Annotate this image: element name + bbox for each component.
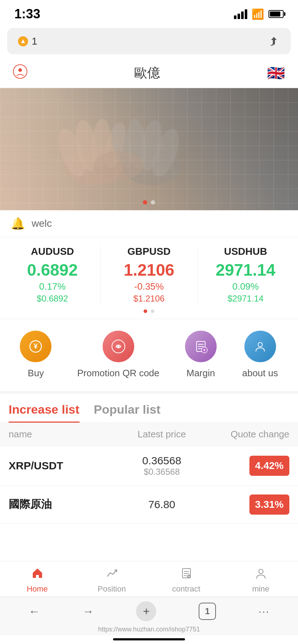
ticker-sub-audusd: $0.6892 xyxy=(7,294,98,304)
col-name: name xyxy=(9,429,111,440)
battery-icon xyxy=(268,10,284,18)
wifi-icon: 📶 xyxy=(252,8,264,20)
row-name-xrp: XRP/USDT xyxy=(9,460,111,472)
buy-icon-circle: ¥ xyxy=(20,331,51,362)
svg-point-24 xyxy=(258,342,262,347)
bottom-nav: Home Position xyxy=(0,561,298,644)
nav-home[interactable]: Home xyxy=(0,567,74,594)
ticker-usdhub[interactable]: USDHUB 2971.14 0.09% $2971.14 xyxy=(200,246,291,304)
browser-bar[interactable]: ▲ 1 ⮭︎ xyxy=(7,28,291,54)
home-indicator xyxy=(113,638,185,640)
language-flag[interactable]: 🇬🇧 xyxy=(267,65,285,82)
svg-point-16 xyxy=(117,345,119,348)
browser-bottom-bar: ← → + 1 ··· xyxy=(0,597,298,626)
signal-icon xyxy=(234,9,247,19)
ticker-row: AUDUSD 0.6892 0.17% $0.6892 GBPUSD 1.210… xyxy=(7,246,291,304)
promotion-qr-label: Promotion QR code xyxy=(77,367,159,380)
ticker-sub-usdhub: $2971.14 xyxy=(200,294,291,304)
table-row[interactable]: 國際原油 76.80 3.31% xyxy=(0,486,298,524)
action-margin[interactable]: Margin xyxy=(185,331,217,380)
quick-actions: ¥ Buy Promotion QR code xyxy=(0,319,298,394)
new-tab-button[interactable]: + xyxy=(136,601,156,621)
ticker-dot-1 xyxy=(144,309,147,313)
banner-dot-2 xyxy=(151,200,155,204)
nav-items: Home Position xyxy=(0,561,298,597)
row-price-sub-xrp: $0.36568 xyxy=(111,467,213,477)
row-price-col-xrp: 0.36568 $0.36568 xyxy=(111,455,213,477)
ticker-symbol-gbpusd: GBPUSD xyxy=(104,246,194,257)
row-price-oil: 76.80 xyxy=(111,498,213,511)
status-icons: 📶 xyxy=(234,8,284,20)
table-row[interactable]: XRP/USDT 0.36568 $0.36568 4.42% xyxy=(0,446,298,486)
lists-section: Increase list Popular list name Latest p… xyxy=(0,394,298,524)
home-nav-icon xyxy=(31,567,44,582)
row-change-oil: 3.31% xyxy=(213,494,289,515)
contract-nav-label: contract xyxy=(172,584,200,594)
status-bar: 1:33 📶 xyxy=(0,0,298,25)
ticker-sub-gbpusd: $1.2106 xyxy=(104,294,194,304)
svg-point-1 xyxy=(18,68,22,72)
back-button[interactable]: ← xyxy=(28,605,40,618)
browser-url-area: ▲ 1 xyxy=(18,36,37,47)
more-button[interactable]: ··· xyxy=(258,605,270,617)
action-about-us[interactable]: about us xyxy=(242,331,278,380)
position-nav-label: Position xyxy=(98,584,126,594)
qr-icon-circle xyxy=(103,331,134,362)
change-badge-oil: 3.31% xyxy=(249,494,289,515)
buy-label: Buy xyxy=(28,367,44,380)
price-ticker: AUDUSD 0.6892 0.17% $0.6892 GBPUSD 1.210… xyxy=(0,237,298,319)
margin-icon-circle xyxy=(185,331,217,362)
about-icon-circle xyxy=(244,331,276,362)
ticker-dot-2 xyxy=(151,309,154,313)
share-icon[interactable]: ⮭︎ xyxy=(268,34,280,48)
ticker-price-gbpusd: 1.2106 xyxy=(104,260,194,280)
svg-text:¥: ¥ xyxy=(34,342,38,350)
action-promotion-qr[interactable]: Promotion QR code xyxy=(77,331,159,380)
tab-popular-list[interactable]: Popular list xyxy=(94,402,161,423)
nav-position[interactable]: Position xyxy=(74,567,149,594)
tab-increase-list[interactable]: Increase list xyxy=(9,402,80,423)
change-badge-xrp: 4.42% xyxy=(249,456,289,476)
avatar-icon[interactable] xyxy=(13,64,27,82)
forward-button[interactable]: → xyxy=(82,605,94,618)
ticker-symbol-usdhub: USDHUB xyxy=(200,246,291,257)
action-buy[interactable]: ¥ Buy xyxy=(20,331,51,380)
position-nav-icon xyxy=(106,567,118,582)
ticker-gbpusd[interactable]: GBPUSD 1.2106 -0.35% $1.2106 xyxy=(104,246,194,304)
banner-indicators xyxy=(143,200,155,204)
ticker-price-audusd: 0.6892 xyxy=(7,260,98,280)
margin-label: Margin xyxy=(186,367,215,380)
tab-count-button[interactable]: 1 xyxy=(199,603,216,620)
notification-text: welc xyxy=(32,218,52,229)
ticker-indicators xyxy=(7,309,291,313)
table-header: name Latest price Quote change xyxy=(0,423,298,446)
bell-icon: 🔔 xyxy=(11,217,25,230)
app-header: 歐億 🇬🇧 xyxy=(0,59,298,88)
col-change: Quote change xyxy=(213,429,289,440)
mine-nav-icon xyxy=(255,567,267,582)
ticker-divider-2 xyxy=(197,246,198,304)
col-price: Latest price xyxy=(111,429,213,440)
ticker-price-usdhub: 2971.14 xyxy=(200,260,291,280)
nav-contract[interactable]: contract xyxy=(149,567,224,594)
row-price-xrp: 0.36568 xyxy=(111,455,213,467)
ticker-divider-1 xyxy=(100,246,101,304)
browser-url-display: https://www.huzhan.com/ishop7751 xyxy=(0,626,298,635)
row-price-col-oil: 76.80 xyxy=(111,498,213,511)
home-nav-label: Home xyxy=(27,584,48,594)
hero-banner xyxy=(0,88,298,210)
banner-grid xyxy=(0,88,298,210)
list-tabs: Increase list Popular list xyxy=(0,402,298,423)
row-change-xrp: 4.42% xyxy=(213,456,289,476)
ticker-symbol-audusd: AUDUSD xyxy=(7,246,98,257)
ticker-audusd[interactable]: AUDUSD 0.6892 0.17% $0.6892 xyxy=(7,246,98,304)
warning-icon: ▲ xyxy=(18,36,28,46)
contract-nav-icon xyxy=(180,567,193,582)
ticker-change-audusd: 0.17% xyxy=(7,281,98,292)
nav-mine[interactable]: mine xyxy=(224,567,298,594)
row-name-oil: 國際原油 xyxy=(9,497,111,512)
mine-nav-label: mine xyxy=(252,584,270,594)
ticker-change-usdhub: 0.09% xyxy=(200,281,291,292)
banner-dot-1 xyxy=(143,200,147,204)
warning-count: 1 xyxy=(32,36,37,47)
